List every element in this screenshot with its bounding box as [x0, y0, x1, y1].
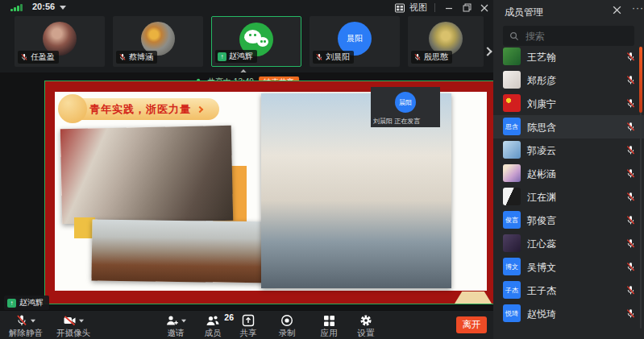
- participant-strip: 任盈盈 蔡博涵 ↑赵鸿辉 晨阳 刘晨阳 殷思憨: [0, 14, 493, 72]
- member-management-panel: 成员管理 ··· 王艺翰 郑彤彦 刘康宁: [493, 0, 644, 339]
- mic-muted-icon[interactable]: [625, 262, 636, 272]
- avatar: [503, 94, 521, 112]
- record-icon: [280, 314, 293, 327]
- search-input[interactable]: [524, 30, 621, 43]
- mic-muted-icon[interactable]: [625, 308, 636, 319]
- share-screen-icon: [242, 314, 255, 327]
- panel-more-options-icon[interactable]: ···: [632, 2, 644, 14]
- minimize-button[interactable]: [442, 2, 455, 14]
- settings-button[interactable]: 设置: [350, 313, 382, 339]
- avatar: [503, 164, 521, 182]
- mic-muted-icon[interactable]: [625, 98, 636, 109]
- leave-meeting-button[interactable]: 离开: [456, 316, 487, 333]
- shared-screen-stage: 共享中 13:49 结束共享 青年实践，浙医力量: [0, 72, 493, 310]
- speaker-caption: 刘晨阳 正在发言: [373, 117, 420, 126]
- avatar-initials: 晨阳: [395, 92, 416, 113]
- presenter-name-pill: ↑ 赵鸿辉: [4, 296, 49, 310]
- sidebar-header: 成员管理 ···: [493, 0, 644, 23]
- member-row[interactable]: 江心蕊: [493, 232, 644, 255]
- mic-muted-icon[interactable]: [625, 145, 636, 155]
- avatar: [503, 234, 521, 252]
- sidebar-title: 成员管理: [505, 6, 543, 19]
- view-layout-icon[interactable]: [395, 3, 405, 13]
- member-row[interactable]: 王艺翰: [493, 45, 644, 68]
- photo-conference-table: [91, 219, 276, 283]
- invite-options-caret[interactable]: [181, 319, 186, 322]
- avatar: [503, 48, 521, 65]
- member-row[interactable]: 子杰 王子杰: [493, 279, 644, 302]
- ribbon-fold-decoration: [455, 291, 492, 304]
- camera-options-caret[interactable]: [79, 319, 84, 322]
- mic-options-caret[interactable]: [31, 319, 35, 322]
- mic-muted-icon[interactable]: [625, 168, 636, 179]
- time-dropdown-caret[interactable]: [60, 6, 66, 10]
- mic-muted-icon: [20, 53, 28, 61]
- invite-button[interactable]: 邀请: [156, 313, 195, 339]
- camera-off-icon: [63, 314, 77, 327]
- avatar-initials: 子杰: [503, 281, 521, 299]
- avatar-initials: 博文: [503, 258, 521, 275]
- avatar: [503, 71, 521, 89]
- restore-window-button[interactable]: [460, 2, 473, 14]
- participant-tile-active-speaker[interactable]: ↑赵鸿辉: [211, 16, 301, 67]
- members-icon: [206, 314, 220, 327]
- gear-icon: [359, 314, 372, 327]
- meeting-timer: 20:56: [32, 2, 55, 11]
- camera-on-button[interactable]: 开摄像头: [50, 313, 97, 339]
- mic-muted-icon[interactable]: [625, 215, 636, 225]
- avatar-initials: 思含: [503, 118, 521, 135]
- member-row[interactable]: 思含 陈思含: [493, 115, 644, 138]
- member-row[interactable]: 郑彤彦: [493, 68, 644, 92]
- member-row[interactable]: 俊言 郭俊言: [493, 209, 644, 232]
- member-row[interactable]: 博文 吴博文: [493, 255, 644, 279]
- signal-strength-icon: [10, 4, 22, 11]
- avatar-initials: 悦琦: [503, 304, 521, 322]
- slide-title: 青年实践，浙医力量: [89, 102, 191, 117]
- participant-name: 蔡博涵: [129, 52, 153, 63]
- avatar: [503, 141, 521, 159]
- mic-muted-icon[interactable]: [625, 122, 636, 132]
- member-row[interactable]: 赵彬涵: [493, 162, 644, 185]
- unmute-button[interactable]: 解除静音: [3, 313, 48, 339]
- member-search-box[interactable]: [503, 26, 634, 46]
- mic-muted-icon[interactable]: [625, 238, 636, 249]
- member-row[interactable]: 刘康宁: [493, 92, 644, 115]
- close-panel-icon[interactable]: [613, 6, 621, 14]
- more-participants-arrow[interactable]: [483, 47, 492, 56]
- participant-tile[interactable]: 蔡博涵: [113, 16, 203, 67]
- banner-arrow-icon: [197, 105, 203, 112]
- active-speaker-overlay[interactable]: 晨阳 刘晨阳 正在发言: [371, 87, 440, 127]
- view-button[interactable]: 视图: [409, 2, 427, 14]
- mic-muted-icon[interactable]: [625, 75, 636, 85]
- mic-muted-icon[interactable]: [625, 52, 636, 62]
- apps-button[interactable]: 应用: [313, 313, 345, 339]
- main-area: 20:56 视图 任盈盈 蔡博涵: [0, 0, 493, 339]
- participant-name: 殷思憨: [424, 52, 448, 63]
- share-button[interactable]: 共享: [232, 313, 264, 339]
- meeting-window: 20:56 视图 任盈盈 蔡博涵: [0, 0, 644, 339]
- participant-tile[interactable]: 殷思憨: [408, 16, 484, 67]
- participant-tile[interactable]: 任盈盈: [15, 16, 105, 67]
- member-row[interactable]: 悦琦 赵悦琦: [493, 302, 644, 325]
- sharing-badge-icon: ↑: [218, 52, 226, 61]
- sharing-badge-icon: ↑: [7, 299, 16, 308]
- participant-tile[interactable]: 晨阳 刘晨阳: [310, 16, 400, 67]
- participant-name: 赵鸿辉: [229, 51, 253, 62]
- photo-meeting-room: [60, 126, 233, 224]
- divider: [434, 3, 435, 12]
- scrollbar-thumb[interactable]: [639, 47, 642, 113]
- close-window-button[interactable]: [478, 2, 491, 14]
- members-button[interactable]: 26 成员: [195, 313, 231, 339]
- search-icon: [509, 31, 519, 41]
- mic-muted-icon[interactable]: [625, 285, 636, 296]
- member-row[interactable]: 郭凌云: [493, 138, 644, 162]
- record-button[interactable]: 录制: [269, 313, 305, 339]
- slide-title-banner: 青年实践，浙医力量: [64, 98, 219, 120]
- member-row[interactable]: 江在渊: [493, 185, 644, 209]
- avatar-initials: 俊言: [503, 211, 521, 229]
- gold-circle-decoration: [58, 94, 87, 123]
- mic-muted-icon[interactable]: [625, 192, 636, 202]
- mic-muted-icon: [413, 53, 422, 61]
- avatar: [503, 188, 521, 205]
- mic-muted-icon: [118, 53, 127, 61]
